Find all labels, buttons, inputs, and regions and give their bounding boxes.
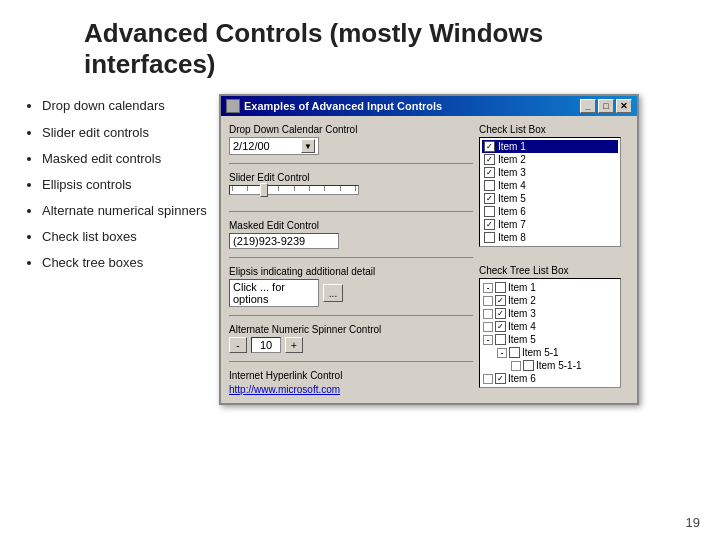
slide-title: Advanced Controls (mostly Windows interf…: [84, 18, 696, 80]
tree-check-2[interactable]: [495, 295, 506, 306]
check-list-item-7[interactable]: Item 7: [482, 218, 618, 231]
dialog-icon: [226, 99, 240, 113]
check-list-item-6[interactable]: Item 6: [482, 205, 618, 218]
tree-expand-5[interactable]: -: [483, 335, 493, 345]
bullet-item-7: Check tree boxes: [42, 253, 209, 273]
tree-expand-5-1-1[interactable]: [511, 361, 521, 371]
spinner-row: - 10 +: [229, 337, 473, 353]
tree-expand-4[interactable]: [483, 322, 493, 332]
spinner-value: 10: [251, 337, 281, 353]
bullet-item-5: Alternate numerical spinners: [42, 201, 209, 221]
slider-track[interactable]: [229, 185, 359, 195]
dialog-content: Drop Down Calendar Control 2/12/00 ▼ Sli…: [221, 116, 637, 403]
page-number: 19: [686, 515, 700, 530]
checkbox-7[interactable]: [484, 219, 495, 230]
tree-item-5-1-1[interactable]: Item 5-1-1: [482, 359, 618, 372]
tree-check-4[interactable]: [495, 321, 506, 332]
tree-check-6[interactable]: [495, 373, 506, 384]
checkbox-5[interactable]: [484, 193, 495, 204]
tree-item-6[interactable]: Item 6: [482, 372, 618, 385]
tree-item-1[interactable]: - Item 1: [482, 281, 618, 294]
titlebar-buttons[interactable]: _ □ ✕: [580, 99, 632, 113]
bullet-item-2: Slider edit controls: [42, 123, 209, 143]
check-listbox: Item 1 Item 2 Item 3: [479, 137, 621, 247]
masked-edit-input[interactable]: [229, 233, 339, 249]
checkbox-6[interactable]: [484, 206, 495, 217]
content-area: Drop down calendars Slider edit controls…: [24, 94, 696, 405]
tree-expand-2[interactable]: [483, 296, 493, 306]
checkbox-1[interactable]: [484, 141, 495, 152]
check-list-item-3[interactable]: Item 3: [482, 166, 618, 179]
hyperlink[interactable]: http://www.microsoft.com: [229, 384, 340, 395]
bullet-item-4: Ellipsis controls: [42, 175, 209, 195]
dialog-titlebar: Examples of Advanced Input Controls _ □ …: [221, 96, 637, 116]
ellipsis-row: Click ... for options ...: [229, 279, 473, 307]
drop-down-calendar-label: Drop Down Calendar Control: [229, 124, 473, 135]
minimize-button[interactable]: _: [580, 99, 596, 113]
slide: Advanced Controls (mostly Windows interf…: [0, 0, 720, 540]
checkbox-2[interactable]: [484, 154, 495, 165]
ellipsis-button[interactable]: ...: [323, 284, 343, 302]
date-value: 2/12/00: [233, 140, 270, 152]
bullet-item-1: Drop down calendars: [42, 96, 209, 116]
divider-1: [229, 163, 473, 164]
check-list-item-2[interactable]: Item 2: [482, 153, 618, 166]
slider-edit-section: Slider Edit Control: [229, 172, 473, 203]
check-list-item-4[interactable]: Item 4: [482, 179, 618, 192]
check-tree-list-box-label: Check Tree List Box: [479, 265, 629, 276]
spinner-section: Alternate Numeric Spinner Control - 10 +: [229, 324, 473, 353]
maximize-button[interactable]: □: [598, 99, 614, 113]
bullet-list: Drop down calendars Slider edit controls…: [24, 94, 209, 405]
checkbox-8[interactable]: [484, 232, 495, 243]
masked-edit-label: Masked Edit Control: [229, 220, 473, 231]
dropdown-arrow-icon[interactable]: ▼: [301, 139, 315, 153]
check-list-item-5[interactable]: Item 5: [482, 192, 618, 205]
win-dialog: Examples of Advanced Input Controls _ □ …: [219, 94, 639, 405]
tree-check-3[interactable]: [495, 308, 506, 319]
tree-check-5-1-1[interactable]: [523, 360, 534, 371]
divider-5: [229, 361, 473, 362]
divider-3: [229, 257, 473, 258]
ellipsis-input[interactable]: Click ... for options: [229, 279, 319, 307]
check-list-item-8[interactable]: Item 8: [482, 231, 618, 244]
spinner-plus-button[interactable]: +: [285, 337, 303, 353]
slider-thumb[interactable]: [260, 183, 268, 197]
check-list-box-section: Check List Box Item 1 Item 2: [479, 124, 629, 247]
tree-item-5-1[interactable]: - Item 5-1: [482, 346, 618, 359]
dialog-left-column: Drop Down Calendar Control 2/12/00 ▼ Sli…: [229, 124, 473, 395]
dialog-right-column: Check List Box Item 1 Item 2: [479, 124, 629, 395]
spinner-minus-button[interactable]: -: [229, 337, 247, 353]
divider-4: [229, 315, 473, 316]
tree-expand-1[interactable]: -: [483, 283, 493, 293]
tree-check-5-1[interactable]: [509, 347, 520, 358]
tree-item-5[interactable]: - Item 5: [482, 333, 618, 346]
tree-expand-5-1[interactable]: -: [497, 348, 507, 358]
drop-down-calendar-section: Drop Down Calendar Control 2/12/00 ▼: [229, 124, 473, 155]
tree-item-4[interactable]: Item 4: [482, 320, 618, 333]
spinner-label: Alternate Numeric Spinner Control: [229, 324, 473, 335]
ellipsis-label: Elipsis indicating additional detail: [229, 266, 473, 277]
bullet-item-6: Check list boxes: [42, 227, 209, 247]
tree-listbox: - Item 1 Item 2: [479, 278, 621, 388]
divider-2: [229, 211, 473, 212]
ellipsis-button-label: Click ... for options: [233, 281, 285, 305]
hyperlink-section: Internet Hyperlink Control http://www.mi…: [229, 370, 473, 395]
close-button[interactable]: ✕: [616, 99, 632, 113]
tree-expand-6[interactable]: [483, 374, 493, 384]
checkbox-4[interactable]: [484, 180, 495, 191]
hyperlink-label: Internet Hyperlink Control: [229, 370, 473, 381]
tree-item-3[interactable]: Item 3: [482, 307, 618, 320]
slider-edit-label: Slider Edit Control: [229, 172, 473, 183]
masked-edit-section: Masked Edit Control: [229, 220, 473, 249]
tree-item-2[interactable]: Item 2: [482, 294, 618, 307]
bullet-item-3: Masked edit controls: [42, 149, 209, 169]
tree-check-1[interactable]: [495, 282, 506, 293]
checkbox-3[interactable]: [484, 167, 495, 178]
check-list-item-1[interactable]: Item 1: [482, 140, 618, 153]
date-dropdown[interactable]: 2/12/00 ▼: [229, 137, 319, 155]
ellipsis-section: Elipsis indicating additional detail Cli…: [229, 266, 473, 307]
tree-expand-3[interactable]: [483, 309, 493, 319]
slider-ticks: [230, 186, 358, 192]
tree-check-5[interactable]: [495, 334, 506, 345]
dialog-title: Examples of Advanced Input Controls: [244, 100, 442, 112]
